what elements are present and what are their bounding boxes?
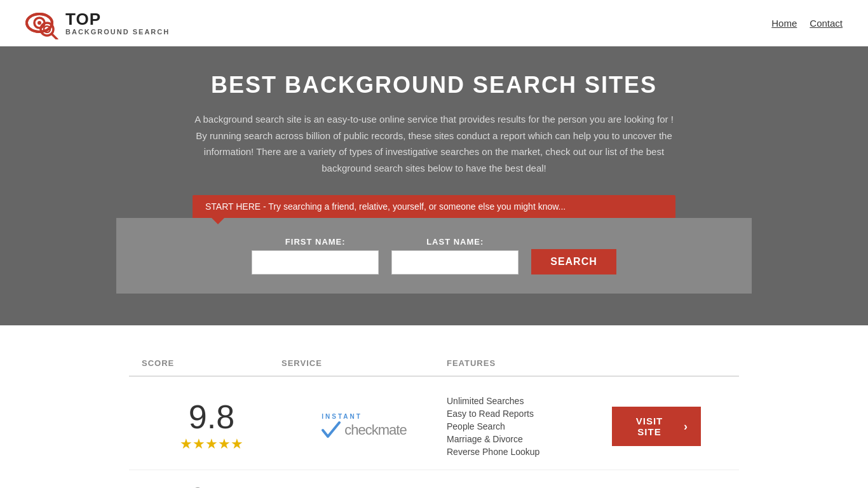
ic-instant-label: INSTANT (322, 413, 362, 420)
score-area-1: 9.8 ★★★★★ (142, 400, 281, 452)
feature-item: Reverse Phone Lookup (447, 447, 612, 457)
nav-contact[interactable]: Contact (810, 18, 843, 29)
logo-top-label: TOP (65, 10, 170, 29)
first-name-label: FIRST NAME: (252, 237, 379, 247)
table-header-row: SCORE SERVICE FEATURES (129, 351, 739, 377)
svg-point-3 (37, 21, 41, 25)
logo-text: TOP BACKGROUND SEARCH (65, 10, 170, 36)
checkmate-check-icon (322, 420, 344, 440)
first-name-group: FIRST NAME: (252, 237, 379, 274)
feature-item: Marriage & Divorce (447, 434, 612, 444)
col-service: SERVICE (281, 358, 447, 368)
search-callout: START HERE - Try searching a friend, rel… (193, 195, 675, 218)
col-score: SCORE (142, 358, 281, 368)
results-table: SCORE SERVICE FEATURES 9.8 ★★★★★ INSTANT… (116, 351, 752, 488)
logo-bottom-label: BACKGROUND SEARCH (65, 28, 170, 36)
col-action (612, 358, 726, 368)
search-form: FIRST NAME: LAST NAME: SEARCH (116, 218, 752, 294)
hero-title: BEST BACKGROUND SEARCH SITES (13, 72, 855, 98)
feature-item: Unlimited Searches (447, 396, 612, 406)
score-area-2: 9.4 ★★★★★ (142, 483, 281, 488)
feature-item: People Search (447, 421, 612, 431)
visit-site-button-1[interactable]: VISIT SITE › (612, 407, 701, 446)
visit-btn-area-1: VISIT SITE › (612, 407, 726, 446)
hero-description: A background search site is an easy-to-u… (193, 111, 675, 176)
score-value-2: 9.4 (142, 483, 281, 488)
stars-1: ★★★★★ (142, 436, 281, 452)
main-nav: Home Contact (771, 18, 843, 29)
features-list-1: Unlimited Searches Easy to Read Reports … (447, 396, 612, 457)
svg-line-5 (51, 34, 57, 39)
hero-section: BEST BACKGROUND SEARCH SITES A backgroun… (0, 46, 868, 325)
site-header: TOP BACKGROUND SEARCH Home Contact (0, 0, 868, 46)
nav-home[interactable]: Home (771, 18, 797, 29)
logo-icon (25, 6, 62, 39)
score-value-1: 9.8 (142, 400, 281, 433)
table-row: 9.4 ★★★★★ PeopleLOoker Accurate and up-t… (129, 470, 739, 488)
service-logo-1: INSTANT checkmate (281, 413, 447, 440)
last-name-group: LAST NAME: (391, 237, 519, 274)
last-name-label: LAST NAME: (391, 237, 519, 247)
first-name-input[interactable] (252, 250, 379, 274)
table-row: 9.8 ★★★★★ INSTANT checkmate Unlimited Se… (129, 383, 739, 470)
arrow-icon-1: › (684, 420, 688, 433)
ic-brand-text: checkmate (344, 422, 406, 438)
visit-label-1: VISIT SITE (625, 416, 674, 437)
col-features: FEATURES (447, 358, 612, 368)
logo: TOP BACKGROUND SEARCH (25, 6, 170, 39)
search-button[interactable]: SEARCH (531, 249, 616, 274)
last-name-input[interactable] (391, 250, 519, 274)
feature-item: Easy to Read Reports (447, 409, 612, 419)
